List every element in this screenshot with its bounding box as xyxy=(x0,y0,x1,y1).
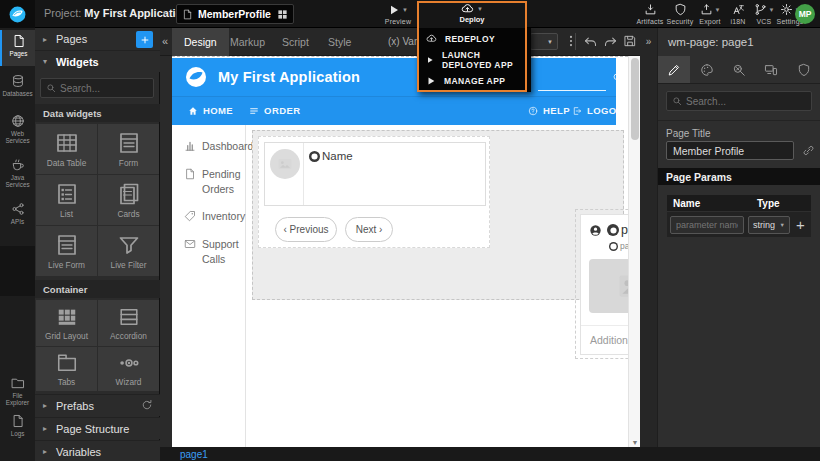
widget-tile-grid-layout[interactable]: Grid Layout xyxy=(36,300,97,346)
tab-properties[interactable] xyxy=(658,56,690,83)
undo-icon[interactable] xyxy=(583,34,598,49)
sidenav-inventory[interactable]: Inventory xyxy=(184,209,242,224)
tab-script[interactable]: Script xyxy=(270,28,321,56)
deploy-cloud-icon xyxy=(461,2,474,15)
document-icon xyxy=(184,168,196,180)
rail-item-web-services[interactable]: Web Services xyxy=(0,110,35,144)
tab-markup[interactable]: Markup xyxy=(218,28,277,56)
section-pages[interactable]: ▸ Pages xyxy=(35,28,160,50)
section-prefabs[interactable]: ▸ Prefabs xyxy=(35,394,160,416)
content-dropzone[interactable]: Name ‹ Previous Next › panel1 xyxy=(252,130,624,300)
inspector-tabs xyxy=(658,56,820,84)
page-title-input[interactable] xyxy=(666,141,794,160)
project-breadcrumb[interactable]: Project: My First Application xyxy=(44,7,189,19)
file-icon xyxy=(182,9,193,20)
widget-tile-data-table[interactable]: Data Table xyxy=(36,124,97,174)
canvas-toolbar-select[interactable]: ▼ xyxy=(530,33,558,50)
divider xyxy=(658,120,820,121)
rail-item-file-explorer[interactable]: File Explorer xyxy=(0,372,35,406)
scroll-down-arrow[interactable]: ▼ xyxy=(629,439,640,446)
tab-security[interactable] xyxy=(788,56,820,83)
widget-tile-live-form[interactable]: Live Form xyxy=(36,226,97,276)
property-search[interactable] xyxy=(666,91,812,111)
nav-home[interactable]: HOME xyxy=(188,105,233,116)
preview-button[interactable]: ▼ Preview xyxy=(376,2,420,25)
parameter-name-input[interactable] xyxy=(670,216,744,234)
app-header[interactable]: My First Application xyxy=(172,58,616,96)
menu-item-launch-deployed-app[interactable]: LAUNCH DEPLOYED APP xyxy=(417,49,531,70)
next-button[interactable]: Next › xyxy=(345,217,393,242)
grid-icon[interactable] xyxy=(277,9,288,20)
breadcrumb-page1[interactable]: page1 xyxy=(180,449,208,460)
widget-tile-tabs[interactable]: Tabs xyxy=(36,347,97,391)
wavemaker-logo[interactable] xyxy=(0,0,35,28)
canvas-scrollbar[interactable]: ▼ xyxy=(628,56,640,447)
page-tab-label: MemberProfile xyxy=(198,8,272,20)
section-variables[interactable]: ▸ Variables xyxy=(35,440,160,461)
collapsed-arrow-icon: ▸ xyxy=(43,401,50,410)
widget-search-input[interactable] xyxy=(60,83,148,94)
app-side-nav: Dashboard Pending Orders Inventory Suppo… xyxy=(172,125,246,447)
section-page-structure[interactable]: ▸ Page Structure xyxy=(35,417,160,439)
sidenav-dashboard[interactable]: Dashboard xyxy=(184,139,242,154)
tab-style[interactable]: Style xyxy=(316,28,363,56)
page-tab-memberprofile[interactable]: MemberProfile xyxy=(176,4,294,24)
inspector-collapse-strip[interactable]: » xyxy=(640,28,658,447)
expand-panel-icon[interactable]: » xyxy=(640,36,657,47)
menu-item-redeploy[interactable]: REDEPLOY xyxy=(417,28,531,49)
app-logo-icon xyxy=(184,65,208,89)
menu-item-manage-app[interactable]: MANAGE APP xyxy=(417,70,531,91)
globe-icon xyxy=(11,114,25,128)
nav-logout[interactable]: LOGOUT xyxy=(572,105,630,116)
rail-item-logs[interactable]: Logs xyxy=(0,410,35,437)
add-parameter-button[interactable]: + xyxy=(794,216,807,233)
rail-item-databases[interactable]: Databases xyxy=(0,70,35,97)
project-name: My First Application xyxy=(84,7,189,19)
page-title-label: Page Title xyxy=(666,128,710,139)
widget-tile-accordion[interactable]: Accordion xyxy=(98,300,159,346)
parameter-type-select[interactable]: string▼ xyxy=(748,216,790,234)
chart-bars-icon xyxy=(184,140,196,152)
add-page-button[interactable] xyxy=(136,31,153,48)
widget-tile-form[interactable]: Form xyxy=(98,124,159,174)
widget-tile-cards[interactable]: Cards xyxy=(98,175,159,225)
nav-help[interactable]: HELP xyxy=(528,105,570,116)
sidenav-pending-orders[interactable]: Pending Orders xyxy=(184,167,242,197)
search-icon[interactable] xyxy=(612,72,623,83)
rail-item-java-services[interactable]: Java Services xyxy=(0,154,35,188)
design-canvas: My First Application HOME ORDER HELP xyxy=(160,56,640,447)
user-avatar[interactable]: MP xyxy=(795,4,815,24)
rail-item-apis[interactable]: APIs xyxy=(0,198,35,225)
list-item-card[interactable]: Name xyxy=(264,142,486,206)
save-icon[interactable] xyxy=(623,34,637,48)
bind-link-icon[interactable] xyxy=(802,144,815,157)
scrollbar-thumb[interactable] xyxy=(631,58,639,140)
sidenav-support-calls[interactable]: Support Calls xyxy=(184,237,242,267)
header-search-input[interactable] xyxy=(538,90,606,91)
palette-icon xyxy=(700,63,714,77)
name-label[interactable]: Name xyxy=(309,150,353,162)
collapsed-arrow-icon: ▸ xyxy=(43,35,50,44)
section-widgets[interactable]: ▾ Widgets xyxy=(35,50,160,72)
nav-order[interactable]: ORDER xyxy=(249,105,300,116)
widget-badge-icon xyxy=(609,242,618,251)
previous-button[interactable]: ‹ Previous xyxy=(275,217,337,242)
widget-tile-live-filter[interactable]: Live Filter xyxy=(98,226,159,276)
tab-styles[interactable] xyxy=(690,56,722,83)
tab-events[interactable] xyxy=(723,56,755,83)
widget-tile-list[interactable]: List xyxy=(36,175,97,225)
filter-funnel-icon xyxy=(117,233,141,257)
artifacts-icon xyxy=(644,3,657,16)
refresh-icon[interactable] xyxy=(141,399,153,411)
breadcrumb-chevron-icon: › xyxy=(163,6,167,18)
rail-item-pages[interactable]: Pages xyxy=(0,30,35,66)
widget-tile-wizard[interactable]: Wizard xyxy=(98,347,159,391)
collapse-panel-icon[interactable]: « xyxy=(162,35,168,47)
tab-devices[interactable] xyxy=(755,56,787,83)
redo-icon[interactable] xyxy=(603,34,618,49)
widget-search[interactable] xyxy=(40,78,154,98)
wavemaker-studio: Project: My First Application › MemberPr… xyxy=(0,0,820,461)
property-search-input[interactable] xyxy=(686,96,806,107)
list-widget[interactable]: Name ‹ Previous Next › xyxy=(258,136,490,248)
deploy-button[interactable]: ▼ Deploy xyxy=(417,0,527,28)
